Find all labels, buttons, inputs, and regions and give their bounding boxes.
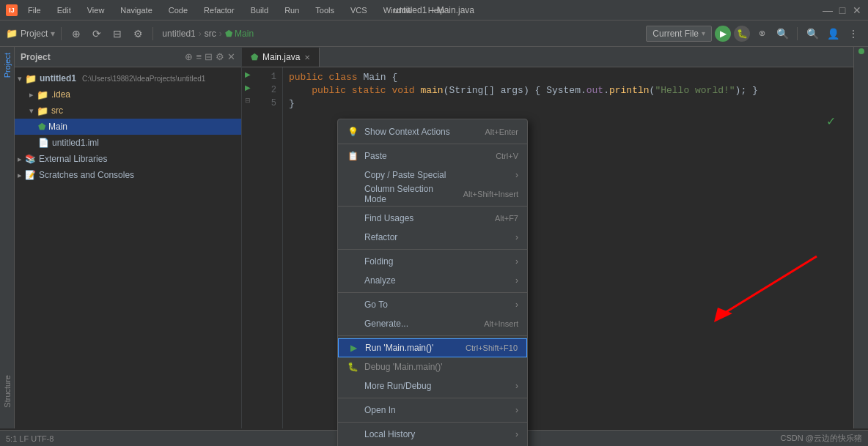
scratches-icon: 📝 bbox=[25, 170, 36, 180]
editor-tab-main[interactable]: ⬟ Main.java ✕ bbox=[242, 48, 320, 67]
code-editor[interactable]: ▶ ▶ ⊟ 1 2 5 public class Main { bbox=[242, 67, 853, 428]
panel-add-button[interactable]: ⊕ bbox=[185, 51, 193, 62]
project-name: Project bbox=[21, 29, 48, 39]
ctx-arrow-open-in: › bbox=[515, 405, 518, 415]
run-config-label: Current File bbox=[652, 29, 699, 39]
extlibs-icon: 📚 bbox=[25, 154, 36, 164]
project-panel: Project ⊕ ≡ ⊟ ⚙ ✕ ▾ 📁 untitled1 C:\Users… bbox=[15, 47, 242, 428]
run-button[interactable]: ▶ bbox=[715, 26, 731, 42]
panel-close-button[interactable]: ✕ bbox=[227, 51, 235, 62]
gutter-fold-5: ⊟ bbox=[242, 94, 254, 107]
new-file-button[interactable]: ⊕ bbox=[67, 25, 85, 42]
ctx-find-usages[interactable]: Find Usages Alt+F7 bbox=[338, 209, 527, 228]
ctx-copy-paste-icon bbox=[347, 169, 358, 181]
menu-edit[interactable]: Edit bbox=[51, 4, 77, 16]
menu-view[interactable]: View bbox=[81, 4, 111, 16]
panel-sort-button[interactable]: ≡ bbox=[196, 51, 202, 62]
breadcrumb-main[interactable]: ⬟ Main bbox=[225, 29, 254, 39]
ctx-analyze[interactable]: Analyze › bbox=[338, 271, 527, 290]
line-num-2: 2 bbox=[254, 83, 282, 97]
kw-static: static bbox=[352, 85, 392, 96]
punc-println-close: ); } bbox=[735, 85, 758, 96]
panel-toolbar: ⊕ ≡ ⊟ ⚙ ✕ bbox=[185, 51, 235, 62]
punc-open: { bbox=[391, 72, 397, 83]
ctx-local-history[interactable]: Local History › bbox=[338, 425, 527, 444]
run-config-area: Current File ▾ ▶ 🐛 ⊗ 🔍 🔍 👤 ⋮ bbox=[646, 25, 862, 42]
menu-code[interactable]: Code bbox=[163, 4, 194, 16]
ctx-generate[interactable]: Generate... Alt+Insert bbox=[338, 314, 527, 333]
debug-button[interactable]: 🐛 bbox=[734, 26, 750, 42]
ctx-arrow-copy-paste: › bbox=[515, 170, 518, 180]
ctx-show-context-actions[interactable]: 💡 Show Context Actions Alt+Enter bbox=[338, 122, 527, 141]
panel-header: Project ⊕ ≡ ⊟ ⚙ ✕ bbox=[15, 47, 241, 67]
toolbar-sep-1 bbox=[61, 27, 62, 40]
run-config-selector[interactable]: Current File ▾ bbox=[646, 26, 712, 42]
collapse-all-button[interactable]: ⊟ bbox=[108, 25, 126, 42]
system-out: System. bbox=[546, 85, 586, 96]
status-right-text: CSDN @云边的快乐猪 bbox=[781, 433, 862, 444]
tree-label-src: src bbox=[51, 105, 63, 116]
str-hello: "Hello world!" bbox=[655, 85, 735, 96]
toolbar: 📁 Project ▾ ⊕ ⟳ ⊟ ⚙ untitled1 › src › ⬟ … bbox=[0, 21, 868, 47]
tab-close-button[interactable]: ✕ bbox=[304, 53, 310, 62]
ctx-goto-icon bbox=[347, 299, 358, 311]
ctx-open-in[interactable]: Open In › bbox=[338, 401, 527, 420]
ctx-column-selection[interactable]: Column Selection Mode Alt+Shift+Insert bbox=[338, 185, 527, 204]
ctx-run-main[interactable]: ▶ Run 'Main.main()' Ctrl+Shift+F10 bbox=[338, 338, 527, 357]
ctx-sep-7 bbox=[338, 422, 527, 423]
menu-build[interactable]: Build bbox=[245, 4, 274, 16]
tree-item-iml[interactable]: 📄 untitled1.iml bbox=[15, 135, 241, 151]
side-tab-project[interactable]: Project bbox=[1, 47, 14, 83]
line-num-1: 1 bbox=[254, 70, 282, 83]
ctx-folding[interactable]: Folding › bbox=[338, 252, 527, 271]
coverage-button[interactable]: ⊗ bbox=[753, 25, 770, 42]
var-args: args bbox=[501, 85, 523, 96]
kw-class: class bbox=[329, 72, 364, 83]
scratches-expand: ▸ bbox=[18, 171, 22, 180]
project-selector[interactable]: 📁 Project ▾ bbox=[6, 28, 55, 39]
menu-tools[interactable]: Tools bbox=[309, 4, 340, 16]
ctx-shortcut-find: Alt+F7 bbox=[495, 214, 518, 223]
ctx-shortcut-show-context: Alt+Enter bbox=[485, 127, 518, 136]
tree-label-scratches: Scratches and Consoles bbox=[39, 170, 134, 180]
panel-collapse-button[interactable]: ⊟ bbox=[205, 51, 213, 62]
ctx-goto[interactable]: Go To › bbox=[338, 295, 527, 314]
tree-item-main[interactable]: ⬟ Main bbox=[15, 119, 241, 135]
tree-item-src[interactable]: ▾ 📁 src bbox=[15, 103, 241, 119]
maximize-button[interactable]: □ bbox=[837, 5, 847, 15]
add-user-button[interactable]: 👤 bbox=[824, 25, 842, 42]
ctx-copy-paste-special[interactable]: Copy / Paste Special › bbox=[338, 166, 527, 185]
search-everywhere-button[interactable]: 🔍 bbox=[803, 25, 821, 42]
menu-refactor[interactable]: Refactor bbox=[198, 4, 240, 16]
tree-label-untitled1: untitled1 bbox=[40, 73, 76, 83]
side-tab-structure[interactable]: Structure bbox=[1, 369, 14, 414]
src-folder-icon: 📁 bbox=[37, 105, 48, 116]
ctx-sep-3 bbox=[338, 249, 527, 250]
menu-file[interactable]: File bbox=[22, 4, 47, 16]
ctx-label-open-in: Open In bbox=[364, 405, 396, 415]
menu-navigate[interactable]: Navigate bbox=[114, 4, 158, 16]
tree-item-extlibs[interactable]: ▸ 📚 External Libraries bbox=[15, 151, 241, 167]
more-options-button[interactable]: ⋮ bbox=[845, 25, 862, 42]
kw-public-1: public bbox=[289, 72, 329, 83]
menu-vcs[interactable]: VCS bbox=[345, 4, 373, 16]
menu-run[interactable]: Run bbox=[279, 4, 305, 16]
ctx-refactor[interactable]: Refactor › bbox=[338, 228, 527, 247]
profile-button[interactable]: 🔍 bbox=[773, 25, 791, 42]
tree-item-untitled1[interactable]: ▾ 📁 untitled1 C:\Users\19882\IdeaProject… bbox=[15, 70, 241, 86]
sync-button[interactable]: ⟳ bbox=[88, 25, 106, 42]
tree-item-scratches[interactable]: ▸ 📝 Scratches and Consoles bbox=[15, 167, 241, 183]
code-line-5: } bbox=[289, 97, 847, 110]
ctx-label-goto: Go To bbox=[364, 300, 388, 310]
ctx-more-run-debug[interactable]: More Run/Debug › bbox=[338, 376, 527, 395]
settings-button[interactable]: ⚙ bbox=[129, 25, 147, 42]
close-button[interactable]: ✕ bbox=[852, 5, 862, 15]
tree-item-idea[interactable]: ▸ 📁 .idea bbox=[15, 86, 241, 103]
minimize-button[interactable]: — bbox=[823, 5, 833, 15]
breadcrumb-src[interactable]: src bbox=[205, 29, 216, 39]
ctx-generate-icon bbox=[347, 318, 358, 330]
ctx-debug-main[interactable]: 🐛 Debug 'Main.main()' bbox=[338, 357, 527, 376]
breadcrumb-project[interactable]: untitled1 bbox=[162, 29, 195, 39]
ctx-paste[interactable]: 📋 Paste Ctrl+V bbox=[338, 146, 527, 166]
panel-settings-button[interactable]: ⚙ bbox=[216, 51, 224, 62]
